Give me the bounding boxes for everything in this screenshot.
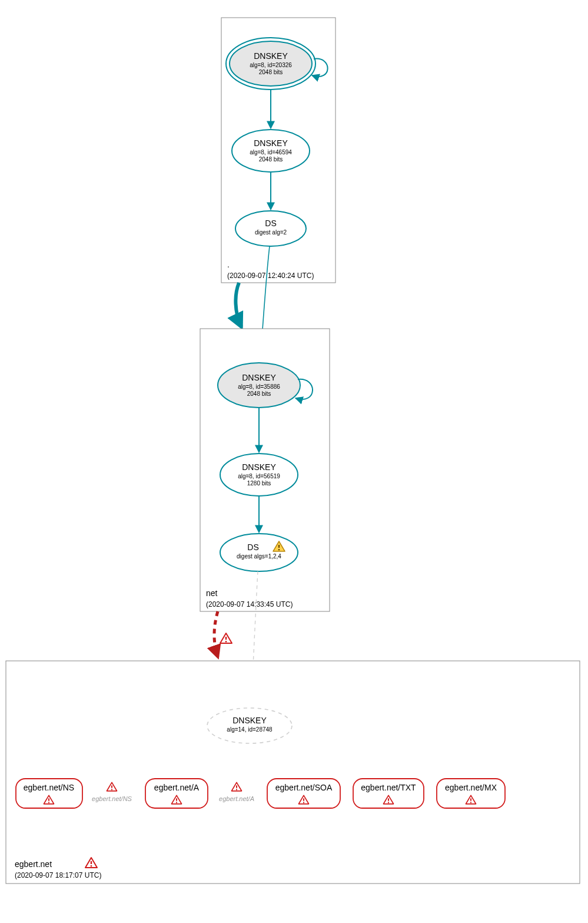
- node-sub: digest algs=1,2,4: [237, 553, 281, 560]
- node-label: DNSKEY: [242, 462, 276, 472]
- node-label: DNSKEY: [254, 138, 288, 148]
- node-net-zsk[interactable]: DNSKEY alg=8, id=56519 1280 bits: [220, 454, 298, 496]
- zone-egbert: egbert.net (2020-09-07 18:17:07 UTC) DNS…: [6, 661, 580, 884]
- zone-root: . (2020-09-07 12:40:24 UTC) DNSKEY alg=8…: [221, 18, 335, 283]
- node-sub: alg=8, id=20326: [250, 62, 292, 68]
- rr-label: egbert.net/NS: [92, 795, 132, 802]
- zone-egbert-ts: (2020-09-07 18:17:07 UTC): [15, 871, 101, 879]
- rr-label: egbert.net/A: [219, 795, 254, 802]
- zone-net-ts: (2020-09-07 14:33:45 UTC): [206, 600, 293, 608]
- rrset-ns[interactable]: egbert.net/NS: [16, 779, 82, 808]
- rrset-txt[interactable]: egbert.net/TXT: [353, 779, 424, 808]
- node-net-ds[interactable]: DS digest algs=1,2,4: [220, 534, 298, 571]
- node-label: DNSKEY: [254, 51, 288, 61]
- rr-label: egbert.net/TXT: [361, 783, 416, 792]
- node-root-zsk[interactable]: DNSKEY alg=8, id=46594 2048 bits: [232, 130, 310, 172]
- rr-label: egbert.net/A: [154, 783, 200, 792]
- rrset-a[interactable]: egbert.net/A: [145, 779, 208, 808]
- edge-delegation-root-to-net: [235, 283, 241, 327]
- node-label: DNSKEY: [232, 716, 267, 725]
- zone-net: net (2020-09-07 14:33:45 UTC) DNSKEY alg…: [200, 329, 330, 611]
- node-sub: 2048 bits: [259, 69, 283, 75]
- rr-label: egbert.net/MX: [445, 783, 497, 792]
- rrset-soa[interactable]: egbert.net/SOA: [267, 779, 340, 808]
- node-egbert-key[interactable]: DNSKEY alg=14, id=28748: [207, 708, 292, 743]
- edge-delegation-net-to-egbert: [214, 611, 218, 657]
- node-sub: alg=8, id=56519: [238, 473, 280, 479]
- node-label: DS: [247, 542, 258, 552]
- rr-label: egbert.net/SOA: [275, 783, 333, 792]
- node-root-ds[interactable]: DS digest alg=2: [235, 211, 306, 246]
- zone-egbert-name: egbert.net: [15, 859, 52, 869]
- zone-root-ts: (2020-09-07 12:40:24 UTC): [227, 272, 314, 280]
- zone-net-name: net: [206, 588, 218, 598]
- svg-point-12: [220, 534, 298, 571]
- node-sub: alg=14, id=28748: [227, 726, 273, 733]
- node-sub: 2048 bits: [259, 156, 283, 163]
- node-sub: 2048 bits: [247, 391, 271, 397]
- svg-point-14: [207, 708, 292, 743]
- rrset-mx[interactable]: egbert.net/MX: [437, 779, 505, 808]
- node-label: DNSKEY: [242, 373, 276, 382]
- rr-label: egbert.net/NS: [24, 783, 74, 792]
- node-sub: alg=8, id=35886: [238, 383, 280, 390]
- svg-point-8: [235, 211, 306, 246]
- node-sub: digest alg=2: [255, 229, 287, 236]
- svg-rect-13: [6, 661, 580, 884]
- warning-icon: [220, 633, 232, 643]
- zone-root-name: .: [227, 260, 230, 269]
- node-sub: alg=8, id=46594: [250, 149, 292, 156]
- node-label: DS: [265, 219, 276, 228]
- node-sub: 1280 bits: [247, 480, 271, 487]
